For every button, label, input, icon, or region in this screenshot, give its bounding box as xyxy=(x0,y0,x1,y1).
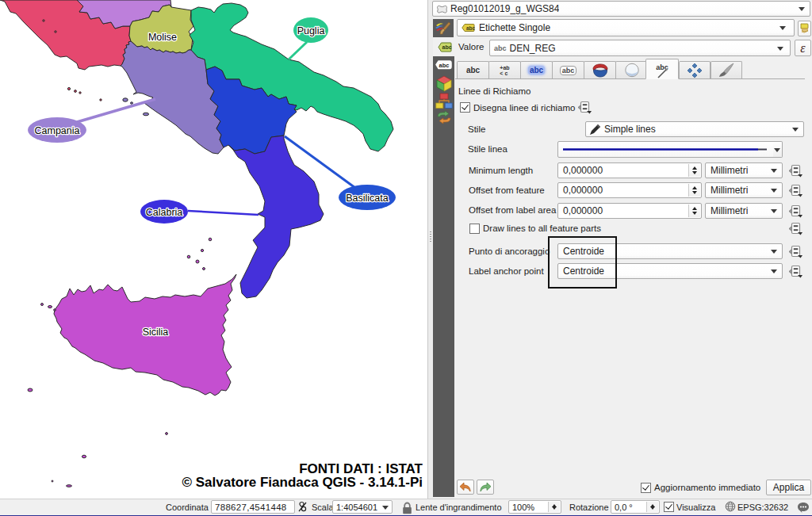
svg-text:Calabria: Calabria xyxy=(146,207,183,218)
svg-text:abc: abc xyxy=(439,62,450,69)
svg-text:Sicilia: Sicilia xyxy=(143,327,169,338)
svg-text:Basilicata: Basilicata xyxy=(346,193,389,204)
svg-text:Campania: Campania xyxy=(35,125,80,136)
svg-text:Molise: Molise xyxy=(148,32,177,43)
svg-text:abc: abc xyxy=(442,44,452,50)
svg-text:abc: abc xyxy=(466,25,475,31)
svg-text:Puglia: Puglia xyxy=(297,25,325,36)
